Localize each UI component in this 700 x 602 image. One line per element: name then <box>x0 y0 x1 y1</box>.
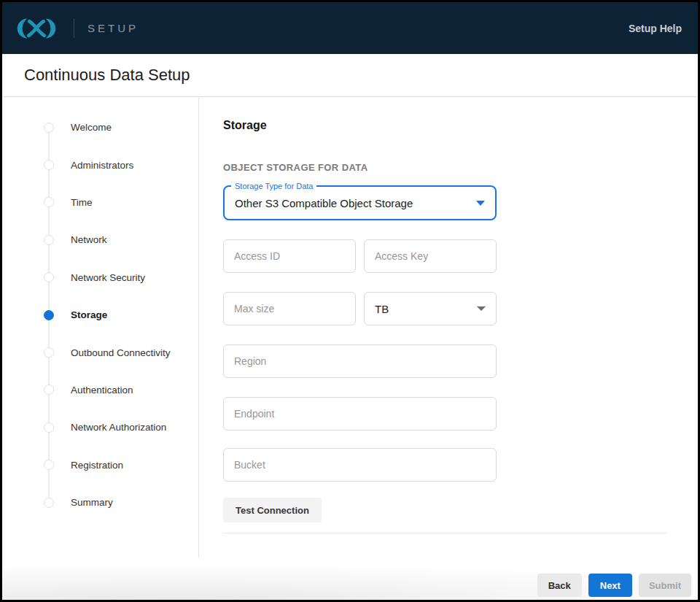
setup-window: SETUP Setup Help Continuous Data Setup W… <box>0 0 700 602</box>
storage-type-label: Storage Type for Data <box>231 181 316 191</box>
sidebar-item-summary[interactable]: Summary <box>2 484 198 521</box>
step-circle-icon <box>44 123 54 133</box>
step-circle-icon <box>44 197 54 207</box>
access-id-input[interactable] <box>223 239 356 273</box>
sidebar-item-outbound-connectivity[interactable]: Outbound Connectivity <box>2 333 198 371</box>
step-label: Network <box>71 234 107 245</box>
step-label: Outbound Connectivity <box>71 347 171 358</box>
step-label: Welcome <box>71 122 112 133</box>
page-title: Continuous Data Setup <box>24 66 190 85</box>
step-label: Network Security <box>71 272 145 283</box>
step-circle-icon <box>44 385 54 395</box>
sidebar-item-time[interactable]: Time <box>2 184 198 221</box>
title-bar: Continuous Data Setup <box>2 54 698 97</box>
step-label: Administrators <box>71 160 133 171</box>
step-circle-icon <box>44 347 54 358</box>
navbar-divider <box>74 18 74 38</box>
step-label: Storage <box>71 309 107 320</box>
storage-type-value: Other S3 Compatible Object Storage <box>235 197 476 209</box>
wizard-footer: Back Next Submit <box>2 557 698 600</box>
region-input[interactable] <box>223 344 497 378</box>
storage-type-select[interactable]: Storage Type for Data Other S3 Compatibl… <box>223 185 497 220</box>
setup-steps-sidebar: Welcome Administrators Time Network Netw… <box>2 97 199 598</box>
submit-button[interactable]: Submit <box>639 574 691 597</box>
chevron-down-icon <box>477 306 486 311</box>
product-name: SETUP <box>88 22 139 34</box>
sidebar-item-network-authorization[interactable]: Network Authorization <box>2 409 198 446</box>
step-circle-icon <box>44 160 54 170</box>
sidebar-item-registration[interactable]: Registration <box>2 447 198 484</box>
stepper: Welcome Administrators Time Network Netw… <box>2 97 198 521</box>
sidebar-item-authentication[interactable]: Authentication <box>2 371 198 409</box>
endpoint-input[interactable] <box>223 397 497 431</box>
step-label: Summary <box>71 497 113 508</box>
sidebar-item-network-security[interactable]: Network Security <box>2 259 198 296</box>
step-circle-icon <box>44 460 54 470</box>
step-circle-icon <box>44 272 54 282</box>
step-label: Authentication <box>71 385 133 395</box>
back-button[interactable]: Back <box>537 574 582 597</box>
test-connection-button[interactable]: Test Connection <box>223 498 322 522</box>
sidebar-item-storage[interactable]: Storage <box>2 296 198 333</box>
content-divider <box>223 533 667 533</box>
bucket-input[interactable] <box>223 448 497 482</box>
max-size-input[interactable] <box>223 292 356 325</box>
step-label: Time <box>71 197 93 208</box>
chevron-down-icon <box>476 201 485 206</box>
sidebar-item-welcome[interactable]: Welcome <box>2 109 198 146</box>
object-storage-section-label: OBJECT STORAGE FOR DATA <box>223 162 698 173</box>
size-unit-select[interactable]: TB <box>364 292 497 325</box>
step-circle-icon <box>44 422 54 433</box>
next-button[interactable]: Next <box>588 574 632 597</box>
step-label: Network Authorization <box>71 422 166 433</box>
setup-help-link[interactable]: Setup Help <box>629 23 682 34</box>
top-navbar: SETUP Setup Help <box>2 2 698 54</box>
access-key-input[interactable] <box>364 239 497 273</box>
delphix-logo-icon <box>12 16 61 41</box>
storage-step-content: Storage OBJECT STORAGE FOR DATA Storage … <box>199 97 698 598</box>
sidebar-item-network[interactable]: Network <box>2 221 198 258</box>
sidebar-item-administrators[interactable]: Administrators <box>2 146 198 183</box>
step-circle-active-icon <box>44 310 54 320</box>
step-circle-icon <box>44 235 54 245</box>
step-heading: Storage <box>223 119 698 132</box>
step-circle-icon <box>44 498 54 508</box>
step-label: Registration <box>71 460 123 471</box>
size-unit-value: TB <box>375 303 477 315</box>
